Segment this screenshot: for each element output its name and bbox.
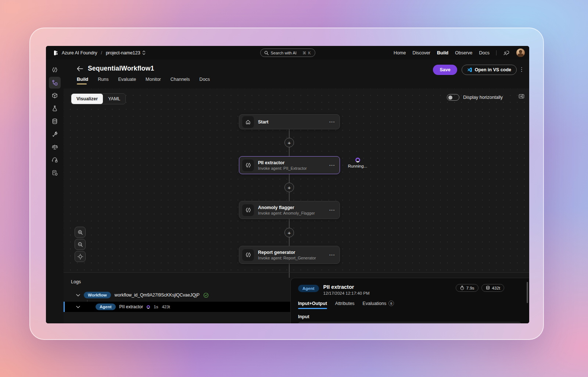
open-vscode-button[interactable]: Open in VS code	[462, 65, 517, 75]
tab-evaluations[interactable]: Evaluations 8	[363, 301, 394, 309]
home-icon	[242, 116, 254, 128]
nav-item-docs[interactable]: Docs	[479, 50, 490, 55]
search-icon	[264, 51, 269, 55]
detail-timestamp: 12/17/2024 12:17:40 PM	[323, 291, 370, 295]
view-mode-visualizer[interactable]: Visualizer	[71, 94, 103, 104]
sidebar-item-agents[interactable]	[49, 64, 61, 76]
sidebar-item-workflows[interactable]	[49, 77, 61, 89]
detail-scrollbar[interactable]	[527, 282, 528, 303]
node-running-status: Running...	[343, 158, 372, 168]
playground-icon	[51, 105, 58, 112]
sidebar-item-playground[interactable]	[49, 103, 61, 114]
node-anomoly-flagger[interactable]: Anomoly flagger Invoke agent: Anomoly_Fl…	[239, 201, 340, 219]
tokens-icon	[485, 286, 490, 290]
evaluations-count-badge: 8	[388, 301, 394, 306]
node-menu-icon[interactable]: ···	[329, 119, 335, 125]
sidebar-item-models[interactable]	[49, 90, 61, 101]
node-subtitle: Invoke agent: Report_Generator	[258, 256, 316, 260]
project-selector[interactable]: project-name123	[106, 50, 146, 55]
agent-log-name: PII extractor	[119, 304, 143, 309]
node-menu-icon[interactable]: ···	[329, 162, 335, 168]
page-header: SequentialWorkflow1 Build Runs Evaluate …	[64, 60, 529, 89]
agent-hexagon-code-icon	[242, 249, 254, 261]
nav-item-build[interactable]: Build	[437, 50, 448, 55]
page-title: SequentialWorkflow1	[88, 65, 154, 72]
stopwatch-icon	[460, 286, 465, 290]
tab-attributes[interactable]: Attributes	[335, 301, 355, 309]
node-subtitle: Invoke agent: Anomoly_Flagger	[258, 211, 315, 215]
nav-item-observe[interactable]: Observe	[455, 50, 472, 55]
node-start[interactable]: Start ···	[239, 114, 340, 129]
tab-docs[interactable]: Docs	[200, 77, 210, 85]
zoom-in-button[interactable]	[75, 227, 86, 238]
sidebar-item-security[interactable]	[49, 154, 61, 166]
add-step-button[interactable]: +	[284, 228, 294, 237]
nav-item-home[interactable]: Home	[394, 50, 406, 55]
sidebar-item-safety[interactable]	[49, 167, 61, 179]
running-spinner-icon	[355, 158, 360, 162]
agent-hexagon-code-icon	[242, 204, 254, 216]
back-arrow-icon[interactable]	[77, 66, 83, 71]
agent-tokens: 423t	[162, 305, 170, 309]
tab-monitor[interactable]: Monitor	[146, 77, 161, 85]
main-area: SequentialWorkflow1 Build Runs Evaluate …	[64, 60, 529, 323]
open-panel-icon[interactable]	[518, 93, 525, 100]
workflow-badge: Workflow	[84, 292, 111, 298]
node-menu-icon[interactable]: ···	[329, 207, 335, 213]
node-pii-extractor[interactable]: PII extractor Invoke agent: PII_Extracto…	[239, 156, 340, 174]
log-row-workflow[interactable]: Workflow workflow_id_Qm9A27I9ScKKsjlQCva…	[76, 290, 209, 300]
sidebar-item-evaluations[interactable]	[49, 141, 61, 153]
tab-runs[interactable]: Runs	[98, 77, 108, 85]
tab-evaluate[interactable]: Evaluate	[118, 77, 136, 85]
node-title: Start	[258, 119, 268, 125]
tab-input-output[interactable]: Input+Output	[298, 301, 327, 309]
node-title: Anomoly flagger	[258, 205, 315, 210]
models-icon	[51, 92, 58, 99]
agent-detail-panel: Agent PII extractor 12/17/2024 12:17:40 …	[290, 278, 529, 323]
agents-icon	[51, 67, 58, 73]
sidebar-item-tools[interactable]	[49, 128, 61, 140]
input-content-box[interactable]	[298, 322, 521, 323]
node-menu-icon[interactable]: ···	[329, 252, 335, 258]
save-button[interactable]: Save	[433, 65, 457, 75]
left-sidebar	[46, 60, 64, 323]
tab-build[interactable]: Build	[77, 77, 88, 85]
fit-view-button[interactable]	[75, 251, 86, 262]
running-label: Running...	[348, 164, 367, 168]
workflow-id: workflow_id_Qm9A27I9ScKKsjlQCvaeJQjP	[115, 292, 200, 298]
add-step-button[interactable]: +	[284, 138, 294, 147]
agent-badge: Agent	[298, 285, 319, 292]
node-title: Report generator	[258, 250, 316, 255]
more-options-kebab-icon[interactable]: ⋮	[519, 66, 525, 73]
brand-label[interactable]: Azure AI Foundry	[62, 50, 97, 55]
search-input[interactable]: Search with AI ⌘ K	[260, 49, 315, 57]
workflow-canvas[interactable]: Visualizer YAML Display horizontally	[64, 89, 529, 272]
agent-hexagon-code-icon	[242, 159, 254, 171]
view-mode-switch: Visualizer YAML	[71, 93, 126, 104]
feedback-icon[interactable]	[503, 50, 510, 56]
running-spinner-icon	[147, 305, 150, 309]
sidebar-item-data[interactable]	[49, 115, 61, 127]
nav-item-discover[interactable]: Discover	[412, 50, 430, 55]
logs-panel: Logs Workflow workflow_id_Qm9A27I9ScKKsj…	[64, 272, 529, 323]
view-mode-yaml[interactable]: YAML	[103, 94, 125, 104]
zoom-out-button[interactable]	[75, 239, 86, 250]
detail-title: PII extractor	[323, 284, 370, 290]
tab-channels[interactable]: Channels	[171, 77, 190, 85]
node-subtitle: Invoke agent: PII_Extractor	[258, 166, 307, 170]
logs-title: Logs	[71, 279, 81, 284]
user-avatar[interactable]	[516, 49, 525, 57]
top-nav: Home Discover Build Observe Docs	[394, 46, 525, 60]
safety-icon	[51, 169, 58, 176]
node-title: PII extractor	[258, 160, 307, 165]
display-horizontally-toggle[interactable]	[447, 94, 459, 101]
log-row-agent[interactable]: Agent PII extractor 1s 423t	[64, 302, 290, 312]
search-placeholder: Search with AI	[271, 51, 297, 55]
add-step-button[interactable]: +	[284, 183, 294, 192]
chevron-down-icon[interactable]	[76, 294, 80, 297]
azure-ai-foundry-logo-icon	[52, 50, 59, 56]
node-report-generator[interactable]: Report generator Invoke agent: Report_Ge…	[239, 246, 340, 264]
chevron-down-icon[interactable]	[76, 306, 80, 308]
success-check-icon	[203, 292, 209, 298]
workflows-icon	[51, 79, 58, 86]
